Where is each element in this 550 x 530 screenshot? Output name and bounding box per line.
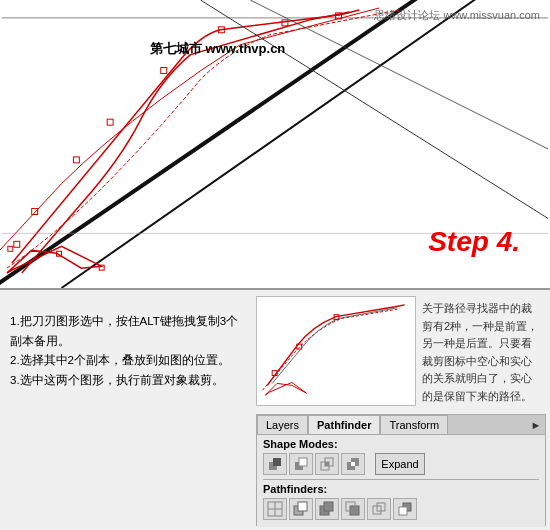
- minus-front-button[interactable]: [289, 453, 313, 475]
- svg-rect-25: [299, 458, 307, 466]
- unite-button[interactable]: [263, 453, 287, 475]
- expand-button-label: Expand: [381, 458, 418, 470]
- right-description: 关于路径寻找器中的裁剪有2种，一种是前置， 另一种是后置。只要看裁剪图标中空心和…: [416, 296, 546, 410]
- shape-modes-label-text: Shape Modes:: [263, 438, 338, 450]
- tab-transform[interactable]: Transform: [380, 415, 448, 434]
- right-top-area: 关于路径寻找器中的裁剪有2种，一种是前置， 另一种是后置。只要看裁剪图标中空心和…: [256, 296, 546, 410]
- outline-button[interactable]: [367, 498, 391, 520]
- info-section: 1.把刀刃图形选中，按住ALT键拖拽复制3个副本备用。 2.选择其中2个副本，叠…: [0, 290, 550, 530]
- right-panel: 关于路径寻找器中的裁剪有2种，一种是前置， 另一种是后置。只要看裁剪图标中空心和…: [250, 290, 550, 530]
- tab-pathfinder-label: Pathfinder: [317, 419, 371, 431]
- minus-back-button[interactable]: [393, 498, 417, 520]
- step-3: 3.选中这两个图形，执行前置对象裁剪。: [10, 371, 240, 391]
- pathfinders-buttons: [263, 498, 539, 520]
- panel-tabs: Layers Pathfinder Transform ►: [257, 415, 545, 435]
- step-1: 1.把刀刃图形选中，按住ALT键拖拽复制3个副本备用。: [10, 312, 240, 351]
- step-2: 2.选择其中2个副本，叠放到如图的位置。: [10, 351, 240, 371]
- svg-rect-36: [298, 502, 307, 511]
- tab-layers[interactable]: Layers: [257, 415, 308, 434]
- merge-button[interactable]: [315, 498, 339, 520]
- svg-rect-38: [324, 502, 333, 511]
- shape-modes-buttons: Expand: [263, 453, 539, 475]
- description-area: [10, 298, 240, 306]
- step-3-text: 3.选中这两个图形，执行前置对象裁剪。: [10, 374, 224, 386]
- divide-button[interactable]: [263, 498, 287, 520]
- watermark: 思绪设计论坛 www.missvuan.com: [374, 8, 540, 23]
- watermark-text: 思绪设计论坛 www.missvuan.com: [374, 9, 540, 21]
- expand-button[interactable]: Expand: [375, 453, 425, 475]
- pathfinders-label-text: Pathfinders:: [263, 483, 327, 495]
- step-2-text: 2.选择其中2个副本，叠放到如图的位置。: [10, 354, 230, 366]
- desc-text: 关于路径寻找器中的裁剪有2种，一种是前置， 另一种是后置。只要看裁剪图标中空心和…: [422, 302, 538, 402]
- svg-rect-44: [399, 507, 407, 515]
- step-label-text: Step 4.: [428, 226, 520, 257]
- step-1-text: 1.把刀刃图形选中，按住ALT键拖拽复制3个副本备用。: [10, 315, 238, 347]
- tab-transform-label: Transform: [389, 419, 439, 431]
- pathfinders-label: Pathfinders:: [263, 483, 539, 495]
- left-panel: 1.把刀刃图形选中，按住ALT键拖拽复制3个副本备用。 2.选择其中2个副本，叠…: [0, 290, 250, 530]
- chinese-label-text: 第七城市 www.thvp.cn: [150, 41, 285, 56]
- illustration: [256, 296, 416, 406]
- crop-button[interactable]: [341, 498, 365, 520]
- svg-rect-18: [257, 297, 414, 405]
- exclude-button[interactable]: [341, 453, 365, 475]
- trim-button[interactable]: [289, 498, 313, 520]
- tab-pathfinder[interactable]: Pathfinder: [308, 415, 380, 434]
- pathfinder-panel: Layers Pathfinder Transform ► Shape Mode…: [256, 414, 546, 526]
- svg-rect-31: [351, 462, 355, 466]
- panel-menu-arrow[interactable]: ►: [527, 416, 545, 434]
- tab-layers-label: Layers: [266, 419, 299, 431]
- svg-rect-28: [325, 462, 329, 466]
- chinese-label: 第七城市 www.thvp.cn: [150, 40, 285, 58]
- shape-modes-section: Shape Modes:: [257, 435, 545, 527]
- intersect-button[interactable]: [315, 453, 339, 475]
- svg-rect-23: [273, 458, 281, 466]
- step-label: Step 4.: [428, 226, 520, 258]
- canvas-area: 思绪设计论坛 www.missvuan.com 第七城市 www.thvp.cn…: [0, 0, 550, 290]
- shape-modes-label: Shape Modes:: [263, 438, 539, 450]
